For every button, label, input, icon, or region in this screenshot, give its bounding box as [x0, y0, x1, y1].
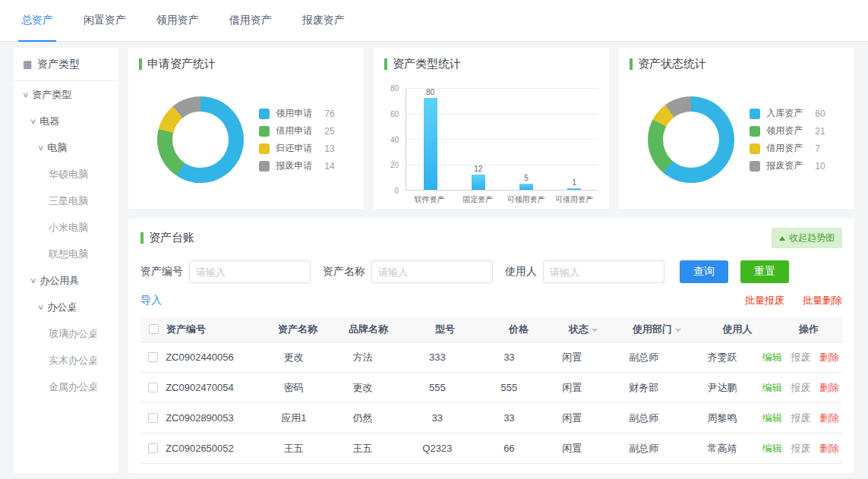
y-axis: 020406080	[384, 88, 402, 191]
edit-link[interactable]: 编辑	[762, 443, 782, 454]
tree-node[interactable]: ∨办公桌	[14, 294, 118, 320]
tree-node-label: 华硕电脑	[49, 168, 88, 181]
cell-code: ZC0902440056	[166, 351, 260, 363]
delete-link[interactable]: 删除	[819, 473, 839, 474]
batch-scrap-link[interactable]: 批量报废	[745, 294, 784, 307]
tab-scrapped-assets[interactable]: 报废资产	[287, 0, 360, 41]
edit-link[interactable]: 编辑	[762, 473, 782, 474]
tree-node[interactable]: ∨资产类型	[14, 81, 118, 108]
status-stats-legend: 入库资产60 领用资产21 借用资产7 报废资产10	[750, 105, 825, 175]
tree-node-label: 电脑	[47, 141, 67, 155]
batch-delete-link[interactable]: 批量删除	[803, 294, 842, 307]
tree-node[interactable]: 金属办公桌	[14, 373, 118, 400]
asset-user-input[interactable]	[543, 260, 664, 283]
tree-node[interactable]: 华硕电脑	[14, 161, 118, 188]
legend-item[interactable]: 报废申请14	[259, 157, 334, 175]
legend-item[interactable]: 领用资产21	[750, 122, 825, 140]
tab-total-assets[interactable]: 总资产	[6, 0, 68, 41]
legend-label: 入库资产	[766, 107, 809, 120]
asset-code-input[interactable]	[189, 260, 311, 283]
delete-link[interactable]: 删除	[819, 443, 839, 454]
tree-node[interactable]: 小米电脑	[14, 214, 118, 241]
delete-link[interactable]: 删除	[819, 382, 839, 393]
cell-name: 应用1	[260, 411, 327, 425]
collapse-trend-button[interactable]: 收起趋势图	[772, 228, 842, 248]
delete-link[interactable]: 删除	[819, 412, 839, 424]
tab-idle-assets[interactable]: 闲置资产	[68, 0, 141, 41]
reset-button[interactable]: 重置	[740, 260, 789, 283]
caret-down-icon: ∨	[30, 276, 37, 285]
legend-item[interactable]: 借用资产7	[750, 140, 825, 157]
legend-item[interactable]: 领用申请76	[259, 105, 334, 122]
row-checkbox[interactable]	[148, 383, 158, 392]
delete-link[interactable]: 删除	[819, 351, 839, 363]
caret-down-icon: ∨	[30, 117, 37, 125]
tree-node-label: 办公用具	[39, 274, 79, 288]
legend-item[interactable]: 归还申请13	[259, 140, 334, 157]
legend-item[interactable]: 借用申请25	[259, 122, 334, 140]
cell-brand: 淘淘	[327, 472, 399, 474]
tree-node[interactable]: 实木办公桌	[14, 347, 118, 373]
cell-user: 常高靖	[685, 442, 759, 455]
col-header-code: 资产编号	[166, 323, 264, 336]
tree-node[interactable]: 联想电脑	[14, 241, 118, 267]
table-row: ZC0902440056 更改 方法 333 33 闲置 副总师 齐雯跃 编辑 …	[140, 342, 842, 373]
type-stats-title: 资产类型统计	[384, 57, 598, 71]
sidebar: ▦ 资产类型 ∨资产类型 ∨电器 ∨电脑 华硕电脑 三星电脑 小米电脑 联想电脑…	[14, 48, 118, 473]
scrap-link[interactable]: 报废	[791, 473, 810, 474]
tree-node[interactable]: ∨办公用具	[14, 267, 118, 294]
edit-link[interactable]: 编辑	[762, 382, 782, 393]
filter-icon[interactable]	[675, 329, 681, 332]
row-checkbox[interactable]	[148, 413, 158, 423]
cell-price: 555	[476, 382, 541, 393]
scrap-link[interactable]: 报废	[791, 382, 810, 393]
table-header-row: 资产编号 资产名称 品牌名称 型号 价格 状态 使用部门 使用人 操作	[140, 317, 842, 342]
cell-dept: 财务部	[602, 381, 685, 395]
legend-label: 报废资产	[766, 159, 809, 172]
tree-node[interactable]: 三星电脑	[14, 188, 118, 214]
row-checkbox[interactable]	[148, 443, 158, 453]
search-button[interactable]: 查询	[680, 260, 728, 283]
edit-link[interactable]: 编辑	[762, 412, 782, 424]
bar-value-label: 1	[573, 178, 577, 187]
cell-dept: 副总师	[602, 411, 685, 425]
edit-link[interactable]: 编辑	[762, 351, 782, 363]
bar-rect	[567, 188, 581, 190]
scrap-link[interactable]: 报废	[791, 351, 810, 363]
y-tick-label: 0	[394, 187, 399, 195]
legend-item[interactable]: 入库资产60	[750, 105, 825, 122]
bar-category-label: 软件资产	[406, 194, 454, 205]
row-checkbox[interactable]	[148, 352, 158, 362]
tab-claimed-assets[interactable]: 领用资产	[141, 0, 214, 41]
filter-icon[interactable]	[592, 329, 598, 332]
donut-hole	[663, 112, 719, 168]
tree-node[interactable]: ∨电脑	[14, 134, 118, 161]
select-all-checkbox[interactable]	[149, 324, 159, 334]
legend-label: 借用申请	[276, 124, 318, 137]
bar-value-label: 5	[524, 174, 529, 182]
cell-dept: 财务部	[602, 472, 685, 474]
arrow-up-icon	[779, 236, 785, 241]
scrap-link[interactable]: 报废	[791, 443, 810, 454]
tree-node[interactable]: 玻璃办公桌	[14, 320, 118, 347]
table-row: ZC0902650052 王五 王五 Q2323 66 闲置 副总师 常高靖 编…	[140, 433, 842, 464]
cell-name: 更改	[260, 351, 327, 364]
legend-swatch	[750, 161, 760, 172]
asset-name-label: 资产名称	[323, 265, 365, 279]
legend-value: 76	[324, 109, 334, 119]
asset-name-input[interactable]	[371, 260, 493, 283]
type-stats-card: 资产类型统计 020406080 801251 软件资产固定资产可领用资产可借用…	[374, 48, 609, 209]
apply-stats-card: 申请资产统计 领用申请76 借用申请25 归还申请13 报废申请14	[128, 48, 364, 209]
import-link[interactable]: 导入	[140, 294, 162, 307]
tab-borrowed-assets[interactable]: 借用资产	[214, 0, 287, 41]
tree-node[interactable]: ∨电器	[14, 108, 118, 134]
col-header-ops: 操作	[775, 323, 842, 336]
legend-item[interactable]: 报废资产10	[750, 157, 825, 175]
bar-category-label: 可借用资产	[551, 194, 599, 205]
legend-label: 报废申请	[276, 159, 318, 172]
status-stats-title: 资产状态统计	[630, 57, 844, 71]
cell-name: 王五	[260, 442, 327, 455]
legend-value: 25	[324, 126, 334, 137]
scrap-link[interactable]: 报废	[791, 412, 810, 424]
y-tick-label: 20	[390, 161, 399, 169]
